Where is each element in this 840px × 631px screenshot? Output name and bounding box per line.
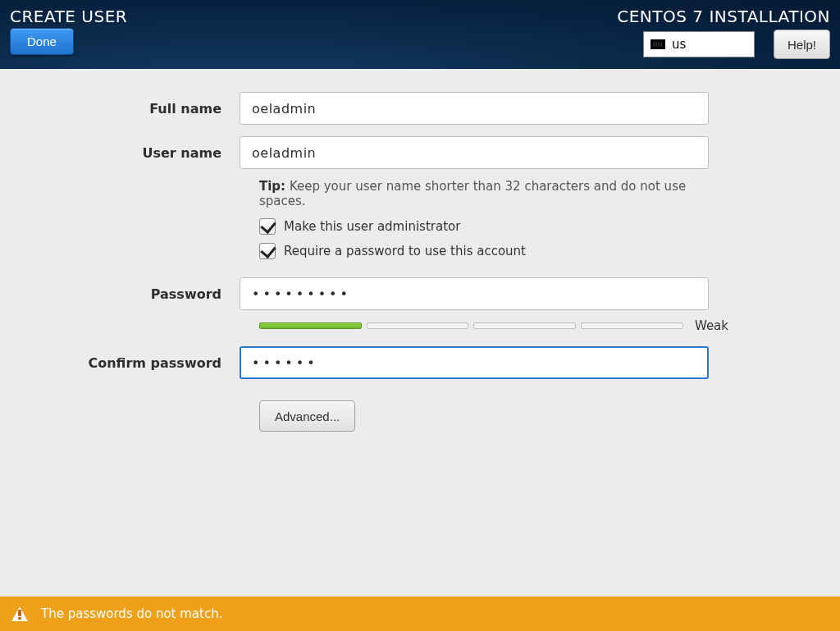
admin-checkbox-label: Make this user administrator <box>284 219 460 234</box>
require-password-label: Require a password to use this account <box>284 244 526 258</box>
done-button[interactable]: Done <box>10 28 74 55</box>
full-name-input[interactable] <box>240 92 709 125</box>
warning-icon <box>11 606 28 621</box>
keyboard-layout-label: us <box>672 37 686 52</box>
password-label: Password <box>0 286 240 302</box>
keyboard-icon <box>651 39 665 49</box>
strength-text: Weak <box>695 318 728 333</box>
help-button[interactable]: Help! <box>774 30 830 59</box>
advanced-button[interactable]: Advanced... <box>259 400 355 432</box>
warning-text: The passwords do not match. <box>41 606 222 621</box>
confirm-password-label: Confirm password <box>0 355 240 371</box>
strength-segment <box>581 322 683 329</box>
strength-segment <box>473 322 576 329</box>
header-bar: CREATE USER CENTOS 7 INSTALLATION Done u… <box>0 0 840 69</box>
tip-text: Keep your user name shorter than 32 char… <box>259 179 686 208</box>
tip-prefix: Tip: <box>259 179 285 194</box>
strength-segment <box>259 322 362 329</box>
strength-segment <box>367 322 469 329</box>
user-name-input[interactable] <box>240 136 709 169</box>
admin-checkbox[interactable] <box>259 218 276 235</box>
full-name-label: Full name <box>0 101 240 117</box>
user-name-label: User name <box>0 145 240 161</box>
confirm-password-input[interactable] <box>240 346 709 379</box>
page-title: CREATE USER <box>10 7 127 26</box>
form-area: Full name User name Tip: Keep your user … <box>0 69 840 597</box>
password-input[interactable] <box>240 277 709 310</box>
require-password-checkbox[interactable] <box>259 243 276 259</box>
username-tip: Tip: Keep your user name shorter than 32… <box>259 179 728 208</box>
warning-bar: The passwords do not match. <box>0 597 840 631</box>
keyboard-layout-selector[interactable]: us <box>643 31 755 57</box>
product-title: CENTOS 7 INSTALLATION <box>617 7 830 26</box>
password-strength-meter: Weak <box>259 318 728 333</box>
